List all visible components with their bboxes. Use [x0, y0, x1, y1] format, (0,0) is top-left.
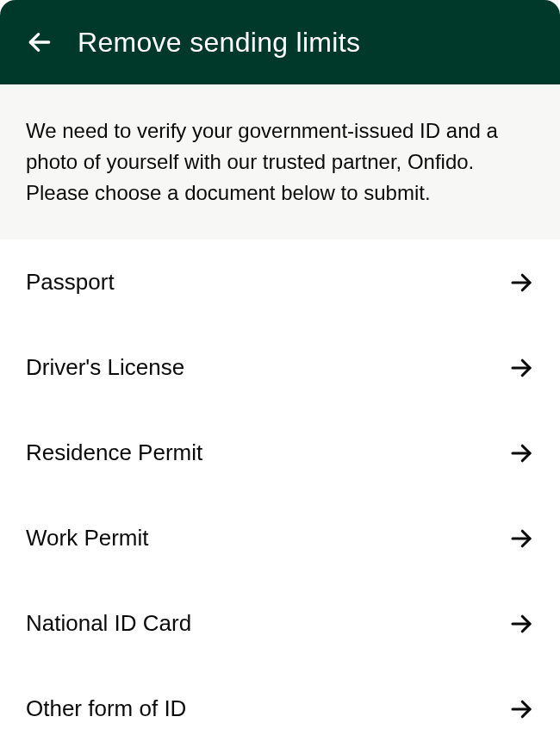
list-item-label: Residence Permit	[26, 439, 202, 466]
back-arrow-icon[interactable]	[26, 28, 53, 56]
document-option-drivers-license[interactable]: Driver's License	[0, 325, 560, 410]
document-option-passport[interactable]: Passport	[0, 240, 560, 325]
arrow-right-icon	[508, 270, 534, 296]
document-option-work-permit[interactable]: Work Permit	[0, 495, 560, 581]
arrow-right-icon	[508, 440, 534, 466]
description-section: We need to verify your government-issued…	[0, 84, 560, 240]
document-list: Passport Driver's License Residence Perm…	[0, 240, 560, 751]
document-option-national-id[interactable]: National ID Card	[0, 581, 560, 666]
arrow-right-icon	[508, 611, 534, 637]
list-item-label: Passport	[26, 269, 115, 296]
document-option-other[interactable]: Other form of ID	[0, 666, 560, 751]
list-item-label: National ID Card	[26, 610, 191, 637]
list-item-label: Driver's License	[26, 354, 184, 381]
arrow-right-icon	[508, 355, 534, 381]
arrow-right-icon	[508, 696, 534, 722]
app-header: Remove sending limits	[0, 0, 560, 84]
description-text: We need to verify your government-issued…	[26, 115, 534, 209]
list-item-label: Other form of ID	[26, 695, 186, 722]
page-title: Remove sending limits	[78, 27, 360, 59]
arrow-right-icon	[508, 526, 534, 551]
list-item-label: Work Permit	[26, 525, 149, 551]
document-option-residence-permit[interactable]: Residence Permit	[0, 410, 560, 495]
